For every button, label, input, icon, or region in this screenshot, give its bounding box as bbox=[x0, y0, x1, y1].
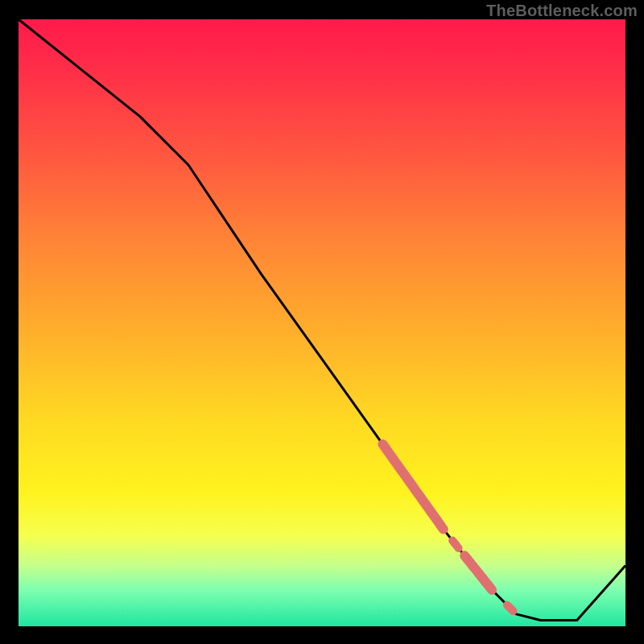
curve-marker bbox=[452, 541, 459, 548]
curve-marker bbox=[464, 555, 492, 590]
watermark-text: TheBottleneck.com bbox=[486, 2, 638, 20]
chart-svg bbox=[19, 19, 625, 626]
curve-layer bbox=[19, 19, 625, 621]
marker-layer bbox=[382, 444, 513, 611]
bottleneck-curve bbox=[19, 19, 625, 621]
curve-marker bbox=[382, 444, 443, 530]
curve-marker bbox=[507, 605, 514, 612]
chart-frame bbox=[19, 19, 625, 626]
